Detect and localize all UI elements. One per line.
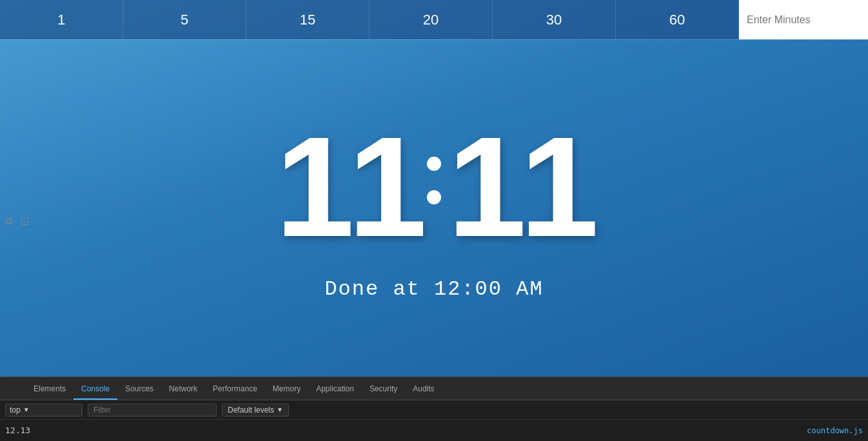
custom-input-container bbox=[739, 0, 868, 39]
clock-area: 11 11 Done at 12:00 AM bbox=[0, 40, 868, 377]
devtools-tabs: ⊟ ◱ Elements Console Sources Network Per… bbox=[0, 377, 868, 400]
console-line-number: 12.13 bbox=[5, 426, 30, 435]
source-file-link[interactable]: countdown.js bbox=[807, 426, 863, 435]
devtools-toolbar: top ▼ Default levels ▼ bbox=[0, 400, 868, 420]
devtools-dock-icon[interactable]: ◱ bbox=[18, 214, 31, 227]
tab-memory[interactable]: Memory bbox=[265, 380, 308, 400]
time-btn-60[interactable]: 60 bbox=[616, 0, 739, 39]
time-btn-20[interactable]: 20 bbox=[370, 0, 493, 39]
devtools-panel: ⊟ ◱ Elements Console Sources Network Per… bbox=[0, 377, 868, 441]
colon-separator bbox=[427, 157, 441, 217]
tab-network[interactable]: Network bbox=[161, 380, 205, 400]
buttons-bar: 1 5 15 20 30 60 bbox=[0, 0, 868, 40]
clock-left-digits: 11 bbox=[275, 116, 420, 258]
levels-chevron-icon: ▼ bbox=[277, 406, 283, 413]
time-btn-5[interactable]: 5 bbox=[123, 0, 246, 39]
tab-security[interactable]: Security bbox=[362, 380, 405, 400]
tab-console[interactable]: Console bbox=[74, 380, 117, 400]
tab-performance[interactable]: Performance bbox=[205, 380, 265, 400]
time-btn-15[interactable]: 15 bbox=[246, 0, 370, 39]
done-at-text: Done at 12:00 AM bbox=[324, 277, 543, 301]
colon-dot-bottom bbox=[427, 190, 441, 204]
devtools-toggle-icon[interactable]: ⊟ bbox=[3, 214, 15, 227]
colon-dot-top bbox=[427, 157, 441, 171]
default-levels-button[interactable]: Default levels ▼ bbox=[222, 404, 289, 416]
console-filter-input[interactable] bbox=[88, 404, 217, 416]
custom-minutes-input[interactable] bbox=[747, 14, 860, 26]
clock-display: 11 11 bbox=[275, 116, 592, 258]
clock-right-digits: 11 bbox=[448, 116, 593, 258]
tab-sources[interactable]: Sources bbox=[117, 380, 161, 400]
default-levels-label: Default levels bbox=[228, 406, 274, 415]
tab-audits[interactable]: Audits bbox=[405, 380, 442, 400]
tab-application[interactable]: Application bbox=[308, 380, 362, 400]
time-btn-30[interactable]: 30 bbox=[493, 0, 616, 39]
tab-elements[interactable]: Elements bbox=[26, 380, 74, 400]
devtools-icon-buttons: ⊟ ◱ bbox=[0, 0, 31, 441]
app-container: 1 5 15 20 30 60 11 11 Done at 12:00 AM bbox=[0, 0, 868, 377]
devtools-content: 12.13 countdown.js bbox=[0, 420, 868, 441]
